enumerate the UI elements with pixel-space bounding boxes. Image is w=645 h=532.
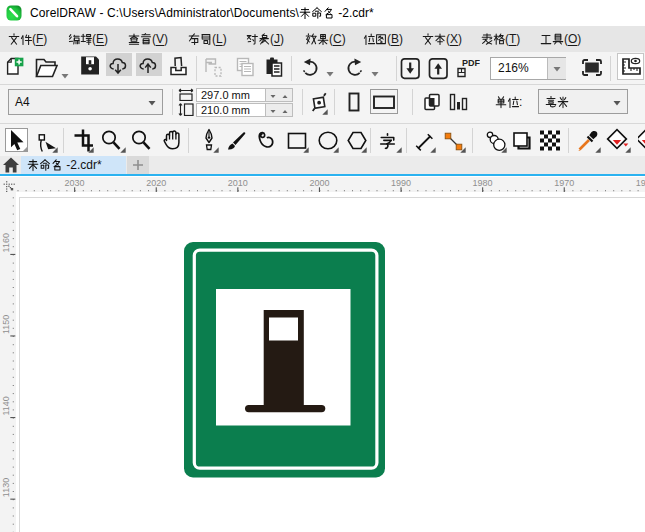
svg-text:1990: 1990 bbox=[391, 177, 411, 187]
svg-text:1970: 1970 bbox=[554, 177, 574, 187]
svg-text:2030: 2030 bbox=[65, 177, 85, 187]
svg-text:PDF: PDF bbox=[462, 58, 480, 68]
svg-text:1150: 1150 bbox=[1, 315, 11, 334]
svg-text:1140: 1140 bbox=[1, 396, 11, 415]
svg-text:2010: 2010 bbox=[228, 177, 248, 187]
svg-text:1130: 1130 bbox=[1, 478, 11, 497]
svg-text:2020: 2020 bbox=[146, 177, 166, 187]
svg-text:1980: 1980 bbox=[473, 177, 493, 187]
svg-text:1960: 1960 bbox=[636, 177, 645, 187]
svg-text:2000: 2000 bbox=[309, 177, 329, 187]
svg-text:1160: 1160 bbox=[1, 233, 11, 252]
